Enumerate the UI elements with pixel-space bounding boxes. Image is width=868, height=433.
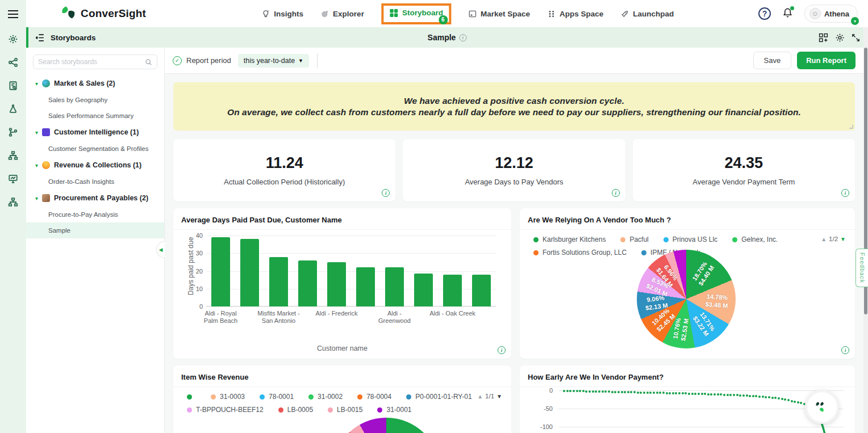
- report-period-dropdown[interactable]: this year-to-date ▼: [238, 54, 309, 68]
- hamburger-menu-icon[interactable]: [8, 10, 26, 18]
- data-point: [614, 391, 616, 393]
- chevron-down-icon: ▾: [35, 129, 38, 136]
- bar[interactable]: [211, 237, 231, 306]
- bar[interactable]: [327, 262, 347, 306]
- tree-group-market-sales[interactable]: ▾ Market & Sales (2): [26, 75, 164, 92]
- top-navigation-bar: ConverSight Insights Explorer Storyboard…: [26, 0, 868, 27]
- fullscreen-icon[interactable]: [852, 33, 860, 42]
- tree-item-sample[interactable]: Sample: [26, 222, 164, 238]
- user-status-caret: ▾: [851, 17, 859, 25]
- settings-icon[interactable]: [835, 33, 845, 43]
- storyboards-panel-icon[interactable]: [35, 33, 45, 43]
- network-nodes-icon[interactable]: [8, 57, 18, 70]
- tree-item-sales-by-geography[interactable]: Sales by Geography: [26, 92, 164, 108]
- data-point: [595, 390, 597, 393]
- data-point: [742, 394, 745, 397]
- user-menu[interactable]: ☺ Athena ▾: [804, 5, 858, 23]
- nav-launchpad[interactable]: Launchpad: [620, 10, 674, 18]
- data-point: [698, 393, 700, 395]
- pie[interactable]: [332, 418, 440, 433]
- nav-market-space[interactable]: Market Space: [468, 10, 530, 18]
- settings-gear-icon[interactable]: [8, 34, 18, 47]
- hierarchy-icon[interactable]: [8, 150, 18, 163]
- data-point: [627, 391, 629, 393]
- nav-explorer[interactable]: Explorer: [320, 10, 364, 18]
- data-point: [685, 392, 687, 394]
- data-point: [649, 392, 652, 394]
- bar[interactable]: [356, 267, 375, 306]
- tree-group-revenue-collections[interactable]: ▾ Revenue & Collections (1): [26, 157, 164, 174]
- nav-insights[interactable]: Insights: [261, 10, 303, 18]
- notifications-bell-icon[interactable]: [782, 7, 793, 20]
- tree-group-procurement-payables[interactable]: ▾ Procurement & Payables (2): [26, 190, 164, 207]
- info-icon[interactable]: i: [498, 346, 506, 354]
- tree-group-customer-intelligence[interactable]: ▾ Customer Intelligence (1): [26, 124, 164, 141]
- item-pie-chart: 24.59%$5.87 M5.14%$0.69 M: [173, 365, 511, 433]
- info-icon[interactable]: i: [841, 346, 849, 354]
- data-point: [592, 390, 594, 393]
- data-point: [762, 396, 764, 398]
- controls-divider: [317, 53, 318, 68]
- tree-item-order-to-cash[interactable]: Order-to-Cash Insights: [26, 174, 164, 190]
- data-point: [589, 390, 591, 393]
- data-point: [643, 392, 645, 394]
- bar[interactable]: [298, 260, 318, 306]
- storyboard-search[interactable]: [33, 54, 157, 69]
- info-icon[interactable]: i: [841, 189, 849, 197]
- report-period-check-icon[interactable]: ✓: [173, 56, 182, 65]
- nav-storyboard[interactable]: Storyboard: [389, 9, 443, 18]
- bar[interactable]: [240, 239, 260, 306]
- assistant-chat-button[interactable]: [805, 390, 839, 424]
- data-dictionary-icon[interactable]: [8, 81, 18, 93]
- subheader-accent-bar: [26, 27, 28, 48]
- run-report-button[interactable]: Run Report: [797, 52, 856, 69]
- data-point: [579, 390, 581, 392]
- tree-item-sales-performance-summary[interactable]: Sales Performance Summary: [26, 108, 164, 124]
- data-point: [704, 393, 706, 395]
- info-icon[interactable]: i: [612, 189, 620, 197]
- x-tick: Misfits Market - San Antonio: [255, 310, 303, 325]
- search-input[interactable]: [38, 58, 145, 66]
- scatter-chart-card: How Early Are We In Vendor Payment? 0-50…: [520, 365, 855, 433]
- x-tick: Aldi - Frederick: [313, 310, 361, 317]
- chevron-down-icon: ▾: [35, 162, 38, 169]
- data-point: [569, 390, 571, 392]
- tree-item-procure-to-pay[interactable]: Procure-to-Pay Analysis: [26, 207, 164, 222]
- storyboard-count-badge: 6: [439, 15, 448, 24]
- pipeline-branch-icon[interactable]: [8, 127, 18, 140]
- data-point: [707, 393, 710, 396]
- data-point: [617, 391, 620, 393]
- info-icon[interactable]: i: [382, 189, 390, 197]
- help-icon[interactable]: ?: [758, 7, 771, 20]
- bar[interactable]: [269, 257, 289, 307]
- title-info-icon[interactable]: i: [459, 34, 466, 41]
- presentation-board-icon[interactable]: [8, 174, 18, 186]
- sidebar-collapse-handle[interactable]: ◀: [156, 241, 165, 258]
- kpi-row: 11.24 Actual Collection Period (Historic…: [173, 139, 855, 201]
- search-icon[interactable]: [145, 58, 152, 66]
- data-point: [678, 392, 681, 394]
- save-button[interactable]: Save: [753, 52, 792, 69]
- bar[interactable]: [414, 274, 433, 306]
- feedback-tab[interactable]: Feedback: [856, 249, 868, 287]
- data-point: [800, 402, 802, 404]
- workflow-icon[interactable]: [8, 197, 18, 209]
- page-scrollbar[interactable]: [863, 27, 868, 433]
- bar[interactable]: [472, 275, 491, 306]
- data-point: [582, 390, 585, 392]
- nav-apps-space[interactable]: Apps Space: [547, 10, 603, 18]
- data-point: [758, 396, 761, 398]
- resize-handle[interactable]: [849, 125, 853, 129]
- lab-flask-icon[interactable]: [8, 104, 18, 116]
- tree-item-customer-segmentation[interactable]: Customer Segmentation & Profiles: [26, 141, 164, 157]
- bar-chart-card: Average Days Paid Past Due, Customer Nam…: [173, 208, 511, 359]
- conversight-logo[interactable]: ConverSight: [59, 5, 146, 22]
- insight-line-2: On average, we collect cash from custome…: [227, 107, 801, 117]
- data-point: [662, 392, 665, 394]
- bar[interactable]: [385, 267, 404, 306]
- bar[interactable]: [443, 275, 462, 306]
- data-point: [781, 398, 783, 400]
- add-widget-icon[interactable]: [819, 33, 828, 43]
- kpi-card-vendor-payment-term: 24.35 Average Vendor Payment Term i: [633, 139, 855, 201]
- storyboard-subheader: Storyboards Sample i: [26, 27, 868, 48]
